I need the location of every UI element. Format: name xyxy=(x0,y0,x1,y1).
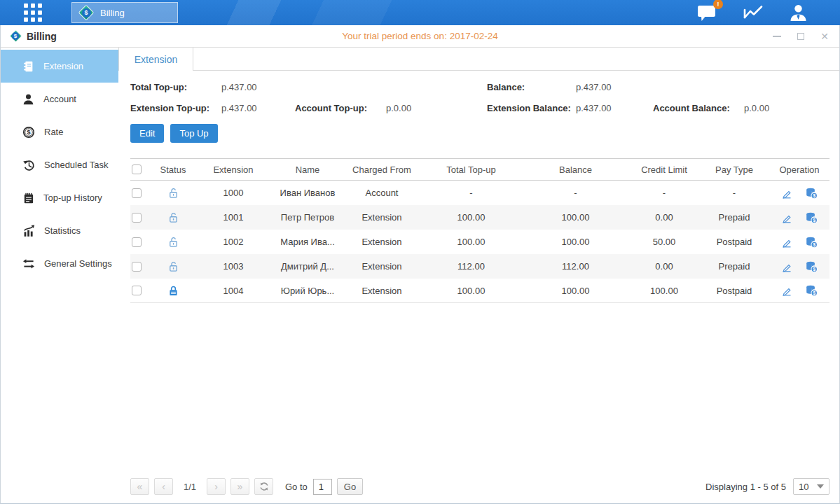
sidebar-item-rate[interactable]: $ Rate xyxy=(1,115,118,148)
main-panel: Extension Total Top-up: p.437.00 Balance… xyxy=(118,48,839,503)
total-topup-cell: 112.00 xyxy=(420,261,522,272)
row-checkbox[interactable] xyxy=(132,237,142,247)
statistics-monitor-button[interactable] xyxy=(743,4,764,22)
notification-badge: ! xyxy=(713,0,723,9)
general-settings-icon xyxy=(22,258,35,270)
col-balance: Balance xyxy=(522,164,629,175)
billing-app-icon: $ xyxy=(78,5,94,20)
window-title-group: $ Billing xyxy=(1,30,57,43)
edit-row-button[interactable] xyxy=(780,211,793,224)
name-cell: Иван Иванов xyxy=(272,188,343,198)
close-button[interactable]: ✕ xyxy=(820,31,829,41)
row-checkbox[interactable] xyxy=(132,213,142,223)
sidebar-item-extension[interactable]: Extension xyxy=(1,50,118,83)
sidebar-item-label: Scheduled Task xyxy=(44,160,109,170)
go-button[interactable]: Go xyxy=(337,478,363,495)
minimize-button[interactable] xyxy=(772,31,782,41)
rate-icon: $ xyxy=(22,126,35,139)
sidebar-item-general-settings[interactable]: General Settings xyxy=(1,247,118,280)
name-cell: Юрий Юрь... xyxy=(272,286,343,296)
first-page-button[interactable]: « xyxy=(130,478,149,495)
sidebar-item-label: Top-up History xyxy=(43,192,102,203)
billing-window-icon: $ xyxy=(9,30,22,43)
edit-button[interactable]: Edit xyxy=(130,124,164,143)
goto-label: Go to xyxy=(285,482,308,492)
prev-page-button[interactable]: ‹ xyxy=(154,478,173,495)
credit-limit-cell: 100.00 xyxy=(629,286,699,296)
edit-extension-icon xyxy=(780,187,793,200)
edit-row-button[interactable] xyxy=(780,236,793,248)
extension-table: Status Extension Name Charged From Total… xyxy=(130,158,829,303)
taskbar-billing-label: Billing xyxy=(100,8,125,18)
col-operation: Operation xyxy=(769,164,829,175)
extension-balance-label: Extension Balance: xyxy=(487,103,576,113)
taskbar-billing-button[interactable]: $ Billing xyxy=(71,2,178,23)
top-up-row-button[interactable]: $ xyxy=(805,260,818,273)
charged-from-cell: Account xyxy=(343,188,420,198)
col-total-topup: Total Top-up xyxy=(420,164,522,175)
app-launcher-icon[interactable] xyxy=(24,4,42,22)
row-checkbox[interactable] xyxy=(132,286,142,295)
row-checkbox[interactable] xyxy=(132,188,142,198)
statistics-icon xyxy=(22,225,35,237)
maximize-button[interactable] xyxy=(796,31,806,41)
refresh-button[interactable] xyxy=(254,478,273,495)
balance-cell: 100.00 xyxy=(522,237,629,247)
status-unlocked xyxy=(151,236,195,248)
svg-text:$: $ xyxy=(813,242,815,248)
balance-cell: - xyxy=(522,188,629,198)
window-titlebar: $ Billing Your trial period ends on: 201… xyxy=(1,25,839,48)
top-up-extension-icon: $ xyxy=(805,284,818,297)
table-header: Status Extension Name Charged From Total… xyxy=(130,158,829,181)
sidebar: Extension Account $ xyxy=(1,48,118,503)
col-extension: Extension xyxy=(195,164,272,175)
top-up-button[interactable]: Top Up xyxy=(170,124,217,143)
svg-text:$: $ xyxy=(813,290,815,296)
col-status: Status xyxy=(151,164,195,175)
edit-row-button[interactable] xyxy=(780,260,793,273)
edit-extension-icon xyxy=(780,211,793,224)
extension-icon xyxy=(22,60,34,73)
top-up-row-button[interactable]: $ xyxy=(805,211,818,224)
user-menu-button[interactable] xyxy=(789,4,808,22)
top-up-row-button[interactable]: $ xyxy=(805,236,818,248)
sidebar-item-scheduled-task[interactable]: Scheduled Task xyxy=(1,148,118,181)
col-pay-type: Pay Type xyxy=(699,164,769,175)
sidebar-item-label: Extension xyxy=(43,61,83,71)
charged-from-cell: Extension xyxy=(343,261,420,272)
extension-cell: 1004 xyxy=(195,286,272,296)
tab-extension[interactable]: Extension xyxy=(118,48,193,71)
total-topup-cell: 100.00 xyxy=(420,212,522,223)
pagination-bar: « ‹ 1/1 › » Go to Go Displaying xyxy=(130,478,829,495)
sidebar-item-statistics[interactable]: Statistics xyxy=(1,214,118,247)
last-page-button[interactable]: » xyxy=(230,478,249,495)
status-locked xyxy=(151,285,195,297)
table-row: 1000Иван ИвановAccount---- $ xyxy=(130,181,829,205)
edit-row-button[interactable] xyxy=(780,284,793,297)
extension-table-body: 1000Иван ИвановAccount---- $ 1001Петр Пе… xyxy=(130,181,829,303)
next-page-button[interactable]: › xyxy=(207,478,226,495)
total-topup-label: Total Top-up: xyxy=(130,82,221,92)
top-up-row-button[interactable]: $ xyxy=(805,284,818,297)
svg-text:$: $ xyxy=(27,128,31,136)
lock-open-icon xyxy=(167,187,179,199)
sidebar-item-account[interactable]: Account xyxy=(1,83,118,115)
row-checkbox[interactable] xyxy=(132,262,142,272)
select-all-checkbox[interactable] xyxy=(132,164,142,174)
sidebar-item-topup-history[interactable]: Top-up History xyxy=(1,181,118,214)
sidebar-item-label: General Settings xyxy=(44,258,112,269)
goto-page-input[interactable] xyxy=(313,479,332,495)
chevron-down-icon xyxy=(817,484,824,489)
billing-window: $ Billing Your trial period ends on: 201… xyxy=(0,25,840,504)
extension-cell: 1000 xyxy=(195,188,272,198)
account-topup-label: Account Top-up: xyxy=(295,103,386,113)
pay-type-cell: Prepaid xyxy=(699,212,769,223)
account-icon xyxy=(22,93,34,106)
notifications-button[interactable]: ! xyxy=(697,4,717,22)
edit-extension-icon xyxy=(780,284,793,297)
top-up-row-button[interactable]: $ xyxy=(805,187,818,200)
name-cell: Мария Ива... xyxy=(272,237,343,247)
edit-row-button[interactable] xyxy=(780,187,793,200)
page-size-select[interactable]: 10 xyxy=(793,478,829,495)
pay-type-cell: Postpaid xyxy=(699,237,769,247)
